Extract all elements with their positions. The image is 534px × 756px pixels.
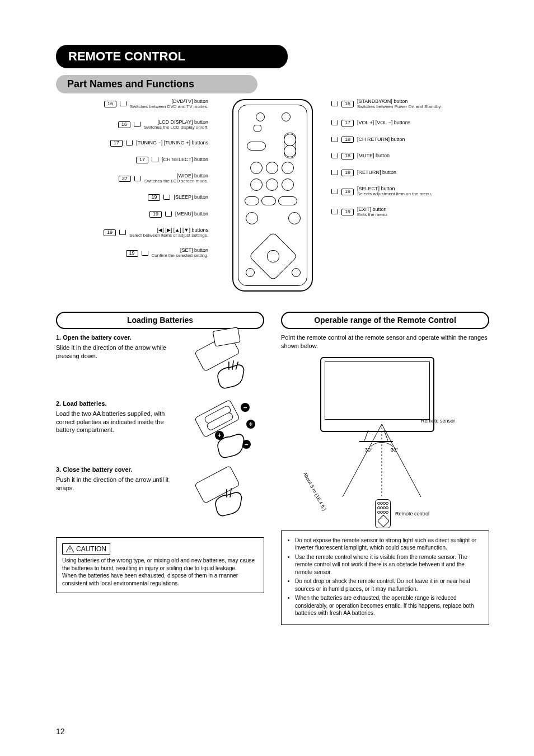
info-bullet: Do not drop or shock the remote control.… — [295, 577, 483, 593]
step2-illustration: – + + – — [180, 400, 264, 461]
callout: [WIDE] buttonSwitches the LCD screen mod… — [119, 173, 208, 184]
operable-range-intro: Point the remote control at the remote s… — [281, 334, 489, 350]
callout: [◀] [▶] [▲] [▼] buttonsSelect between it… — [104, 228, 208, 238]
step3-illustration — [180, 466, 264, 527]
remote-outline — [232, 99, 313, 292]
caution-box: CAUTION Using batteries of the wrong typ… — [56, 537, 264, 593]
svg-line-3 — [382, 424, 421, 497]
tv-icon — [320, 357, 434, 432]
body-columns: Loading Batteries 1. Open the battery co… — [56, 312, 489, 625]
callouts-right: 16[STANDBY/ON] buttonSwitches between Po… — [331, 99, 442, 218]
callout: [MENU] button19 — [149, 211, 208, 218]
remote-diagram: [DVD/TV] buttonSwitches between DVD and … — [56, 99, 489, 300]
section-subtitle: Part Names and Functions — [56, 75, 257, 93]
callout: 18[MUTE] button — [331, 153, 390, 159]
operable-range-heading: Operable range of the Remote Control — [281, 312, 489, 329]
callout: 16[STANDBY/ON] buttonSwitches between Po… — [331, 99, 442, 110]
caution-label: CAUTION — [62, 543, 110, 555]
step-1: 1. Open the battery cover. Slide it in t… — [56, 334, 264, 395]
warning-icon — [66, 546, 74, 552]
callout: 18[CH RETURN] button — [331, 137, 405, 143]
sensor-label: Remote sensor — [421, 417, 455, 424]
step1-illustration — [180, 334, 264, 395]
callout: [TUNING −] [TUNING +] buttons17 — [110, 140, 208, 147]
loading-batteries-heading: Loading Batteries — [56, 312, 264, 329]
callout: 17[VOL +] [VOL −] buttons — [331, 120, 410, 126]
step-2: 2. Load batteries. Load the two AA batte… — [56, 400, 264, 461]
angle-left: 30° — [365, 447, 373, 453]
callout: 19[SELECT] buttonSelects adjustment item… — [331, 186, 432, 197]
right-column: Operable range of the Remote Control Poi… — [281, 312, 489, 625]
svg-point-1 — [69, 551, 70, 551]
callout: 19[EXIT] buttonExits the menu. — [331, 207, 388, 218]
info-bullet: When the batteries are exhausted, the op… — [295, 594, 483, 617]
step-3: 3. Close the battery cover. Push it in t… — [56, 466, 264, 527]
callout: 19[RETURN] button — [331, 170, 396, 176]
mini-remote-icon — [375, 499, 391, 528]
distance-label: About 5 m (16.4 ft.) — [302, 471, 328, 512]
angle-right: 30° — [391, 447, 399, 453]
info-bullet: Use the remote control where it is visib… — [295, 553, 483, 576]
info-box: Do not expose the remote sensor to stron… — [281, 530, 489, 625]
callout: [DVD/TV] buttonSwitches between DVD and … — [104, 99, 208, 110]
svg-line-2 — [343, 424, 382, 497]
section-title: REMOTE CONTROL — [56, 45, 288, 68]
manual-page: REMOTE CONTROL Part Names and Functions — [0, 0, 534, 756]
left-column: Loading Batteries 1. Open the battery co… — [56, 312, 264, 625]
callout: [LCD DISPLAY] buttonSwitches the LCD dis… — [118, 120, 208, 130]
page-number: 12 — [56, 727, 65, 736]
callouts-left: [DVD/TV] buttonSwitches between DVD and … — [104, 99, 208, 259]
remote-label: Remote control — [395, 510, 429, 517]
polarity-minus-icon: – — [241, 403, 250, 412]
info-bullet: Do not expose the remote sensor to stron… — [295, 537, 483, 552]
tv-range-diagram: Remote sensor 30° 30° About 5 m (16.4 ft… — [281, 357, 489, 525]
caution-text: Using batteries of the wrong type, or mi… — [62, 557, 258, 587]
callout: [SLEEP] button19 — [148, 194, 208, 201]
callout: [SET] buttonConfirm the selected setting… — [126, 248, 208, 259]
callout: [CH SELECT] button17 — [136, 157, 208, 163]
